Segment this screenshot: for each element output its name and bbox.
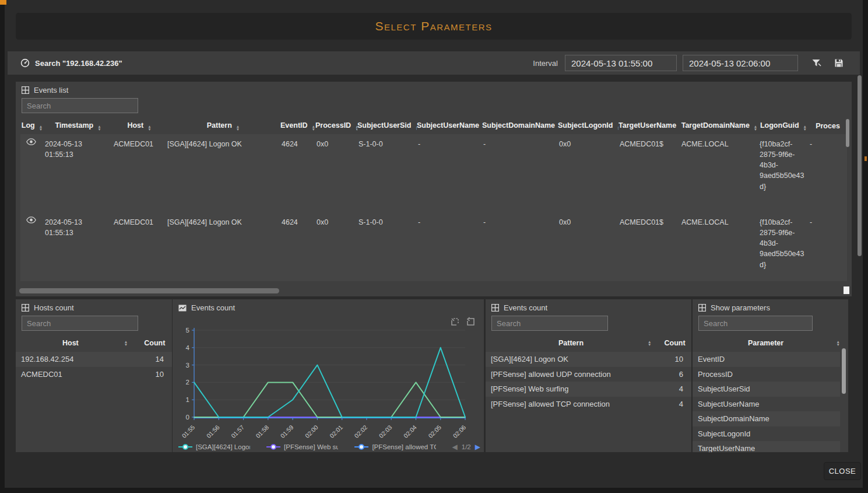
svg-text:01:56: 01:56 (205, 424, 221, 439)
panel-title: Show parameters (711, 303, 770, 312)
list-item[interactable]: SubjectLogonId (693, 426, 840, 442)
events-chart-title-row: Events count (178, 303, 235, 312)
interval-to-input[interactable] (683, 55, 798, 71)
col-subjectusername[interactable]: SubjectUserName (417, 118, 482, 134)
show-parameters-title-row: Show parameters (698, 303, 770, 312)
clear-filter-button[interactable] (811, 58, 821, 68)
col-logonguid[interactable]: LogonGuid (758, 118, 809, 134)
list-item[interactable]: SubjectUserSid (693, 382, 840, 397)
cell-targetdomainname: ACME.LOCAL (680, 212, 758, 281)
legend-next-icon[interactable]: ▶ (475, 443, 480, 451)
interval-from-input[interactable] (565, 55, 677, 71)
events-search-input[interactable] (22, 98, 138, 113)
legend-prev-icon[interactable]: ◀ (452, 443, 458, 451)
list-item[interactable]: SubjectUserName (693, 397, 840, 412)
sort-icon (803, 125, 807, 131)
view-log-button[interactable] (20, 134, 44, 212)
col-subjectdomainname[interactable]: SubjectDomainName (482, 118, 558, 134)
col-parameter[interactable]: Parameter (748, 339, 783, 347)
resize-handle[interactable] (844, 286, 849, 294)
eye-icon (26, 216, 36, 223)
search-query-label: Search "192.168.42.236" (35, 59, 122, 68)
col-timestamp[interactable]: Timestamp (44, 118, 113, 134)
col-processid[interactable]: ProcessID (315, 118, 357, 134)
interval-label: Interval (533, 59, 558, 68)
table-icon (22, 86, 29, 94)
page-scrollbar[interactable] (858, 75, 862, 256)
patterns-search-input[interactable] (491, 316, 608, 331)
parameters-header-row: Parameter (693, 335, 848, 351)
cell-subjectlogonid: 0x0 (558, 212, 619, 281)
count-value: 4 (679, 400, 691, 408)
svg-text:01:58: 01:58 (254, 424, 270, 439)
list-item[interactable]: [SGA][4624] Logon OK 10 (486, 352, 691, 367)
legend-item[interactable]: [SGA][4624] Logon OK (178, 443, 250, 450)
events-count-line-chart[interactable]: 01234501:5501:5601:5701:5801:5902:0002:0… (175, 321, 480, 442)
legend-item[interactable]: [PFSense] Web surfing (266, 443, 338, 450)
count-value: 4 (679, 384, 691, 393)
svg-text:02:00: 02:00 (304, 424, 319, 439)
sort-icon[interactable] (648, 340, 651, 346)
list-item[interactable]: ACMEDC01 10 (16, 367, 172, 382)
col-subjectusersid[interactable]: SubjectUserSid (357, 118, 417, 134)
col-targetusername[interactable]: TargetUserName (619, 118, 680, 134)
list-item[interactable]: [PFSense] Web surfing 4 (486, 382, 691, 397)
legend-label: [PFSense] allowed TCP co (372, 443, 435, 450)
vertical-scrollbar[interactable] (842, 348, 846, 394)
vertical-scrollbar[interactable] (846, 119, 849, 147)
cell-subjectusername: - (417, 212, 482, 281)
list-item[interactable]: SubjectDomainName (693, 411, 840, 426)
toolbar-search-group: Search "192.168.42.236" (20, 58, 122, 68)
list-item[interactable]: [PFSense] allowed TCP connection 4 (486, 397, 691, 412)
sort-icon (754, 125, 757, 131)
list-item[interactable]: ProcessID (693, 367, 840, 382)
col-eventid[interactable]: EventID (280, 118, 315, 134)
sort-icon (147, 125, 151, 131)
svg-text:0: 0 (186, 414, 189, 421)
list-item[interactable]: 192.168.42.254 14 (16, 352, 172, 367)
table-icon (491, 304, 499, 312)
count-value: 10 (156, 370, 172, 379)
cell-host: ACMEDC01 (113, 212, 166, 281)
parameters-search-input[interactable] (698, 316, 813, 331)
close-button[interactable]: CLOSE (824, 462, 861, 480)
legend-item[interactable]: [PFSense] allowed TCP co (354, 443, 435, 450)
horizontal-scrollbar[interactable] (19, 288, 279, 293)
col-pattern[interactable]: Pattern (166, 118, 280, 134)
hosts-search-input[interactable] (22, 316, 138, 331)
table-row[interactable]: 2024-05-13 01:55:13 ACMEDC01 [SGA][4624]… (20, 212, 847, 281)
cell-targetdomainname: ACME.LOCAL (680, 134, 758, 212)
col-pattern[interactable]: Pattern (558, 339, 584, 347)
cell-host: ACMEDC01 (113, 134, 166, 212)
parameters-rows: EventID ProcessID SubjectUserSid Subject… (693, 352, 840, 452)
list-item[interactable]: EventID (693, 352, 840, 367)
cell-pattern: [SGA][4624] Logon OK (166, 212, 280, 281)
sort-icon[interactable] (124, 340, 128, 346)
list-item[interactable]: [PFSense] allowed UDP connection 6 (486, 367, 691, 382)
cell-eventid: 4624 (280, 134, 315, 212)
filter-off-icon (811, 58, 821, 68)
svg-text:5: 5 (186, 327, 189, 334)
count-value: 6 (679, 370, 691, 379)
col-targetdomainname[interactable]: TargetDomainName (680, 118, 758, 134)
col-processname[interactable]: Proces (809, 118, 847, 134)
col-host[interactable]: Host (62, 339, 79, 347)
svg-text:1: 1 (186, 396, 189, 403)
brand-corner-accent (0, 0, 6, 5)
select-parameters-dialog: Select Parameters Search "192.168.42.236… (5, 0, 863, 488)
panel-title: Hosts count (34, 303, 74, 312)
list-item[interactable]: TargetUserName (693, 441, 840, 452)
col-host[interactable]: Host (113, 118, 166, 134)
col-count[interactable]: Count (144, 339, 165, 347)
legend-line-icon (354, 444, 368, 450)
cell-logonguid: {f10ba2cf-2875-9f6e-4b3d-9aed5b50e43d} (758, 212, 809, 281)
table-row[interactable]: 2024-05-13 01:55:13 ACMEDC01 [SGA][4624]… (20, 134, 847, 212)
chart-legend: [SGA][4624] Logon OK [PFSense] Web surfi… (178, 442, 480, 452)
save-button[interactable] (834, 58, 844, 68)
sort-icon[interactable] (837, 340, 840, 346)
col-subjectlogonid[interactable]: SubjectLogonId (558, 118, 619, 134)
col-count[interactable]: Count (665, 339, 686, 347)
svg-text:02:06: 02:06 (451, 424, 467, 439)
view-log-button[interactable] (20, 212, 44, 281)
col-log[interactable]: Log (20, 118, 44, 134)
